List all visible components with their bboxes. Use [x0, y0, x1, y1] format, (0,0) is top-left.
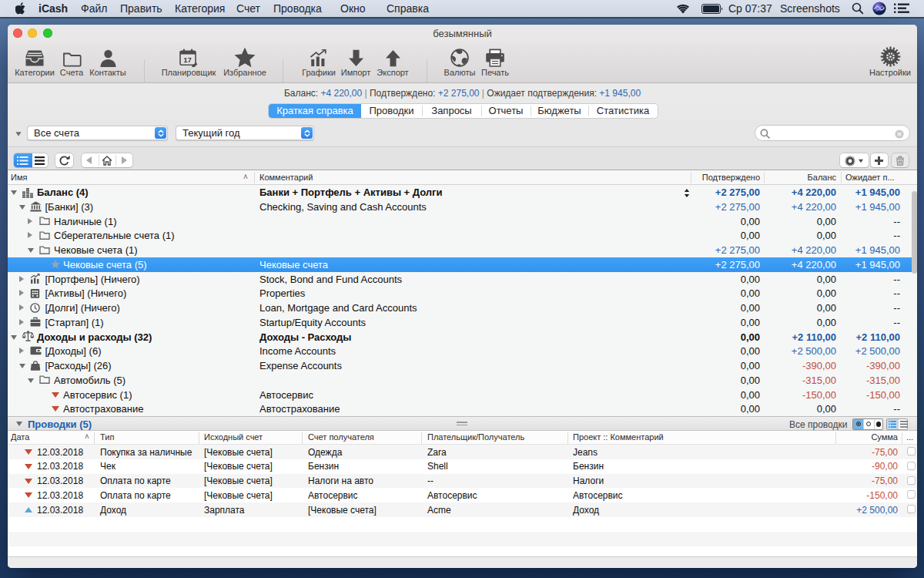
svg-text:17: 17	[183, 55, 192, 64]
